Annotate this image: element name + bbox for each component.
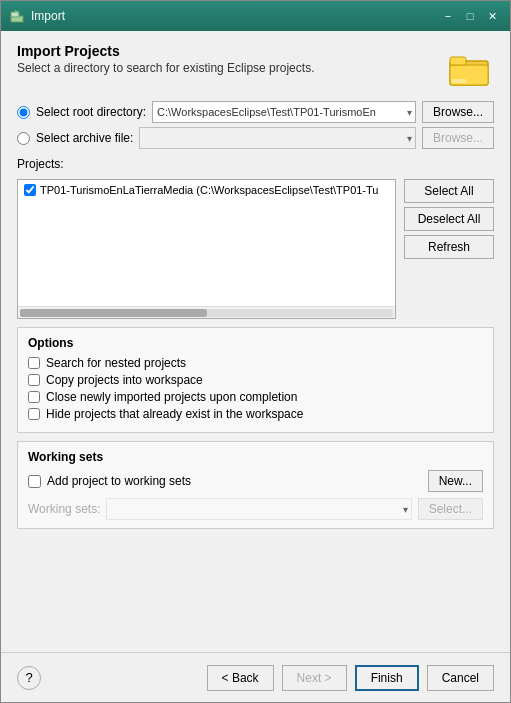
list-item[interactable]: TP01-TurismoEnLaTierraMedia (C:\Workspac… bbox=[20, 182, 393, 198]
title-bar: Import − □ ✕ bbox=[1, 1, 510, 31]
window-icon bbox=[9, 8, 25, 24]
working-sets-label: Working sets: bbox=[28, 502, 100, 516]
minimize-button[interactable]: − bbox=[438, 6, 458, 26]
page-subtitle: Select a directory to search for existin… bbox=[17, 61, 314, 75]
copy-projects-label: Copy projects into workspace bbox=[46, 373, 203, 387]
working-sets-section: Working sets Add project to working sets… bbox=[17, 441, 494, 529]
next-button[interactable]: Next > bbox=[282, 665, 347, 691]
close-imported-label: Close newly imported projects upon compl… bbox=[46, 390, 297, 404]
close-imported-row: Close newly imported projects upon compl… bbox=[28, 390, 483, 404]
new-working-set-button[interactable]: New... bbox=[428, 470, 483, 492]
working-sets-title: Working sets bbox=[28, 450, 483, 464]
copy-projects-checkbox[interactable] bbox=[28, 374, 40, 386]
folder-icon-area bbox=[444, 43, 494, 93]
root-path-select[interactable]: C:\WorkspacesEclipse\Test\TP01-TurismoEn bbox=[152, 101, 416, 123]
nested-projects-checkbox[interactable] bbox=[28, 357, 40, 369]
archive-browse-button[interactable]: Browse... bbox=[422, 127, 494, 149]
projects-label: Projects: bbox=[17, 157, 494, 171]
bottom-bar: ? < Back Next > Finish Cancel bbox=[1, 652, 510, 702]
svg-rect-5 bbox=[450, 57, 466, 65]
options-section: Options Search for nested projects Copy … bbox=[17, 327, 494, 433]
folder-icon bbox=[448, 47, 490, 89]
projects-area: TP01-TurismoEnLaTierraMedia (C:\Workspac… bbox=[17, 179, 494, 319]
copy-projects-row: Copy projects into workspace bbox=[28, 373, 483, 387]
finish-button[interactable]: Finish bbox=[355, 665, 419, 691]
back-button[interactable]: < Back bbox=[207, 665, 274, 691]
add-working-sets-row: Add project to working sets New... bbox=[28, 470, 483, 492]
add-working-sets-label: Add project to working sets bbox=[47, 474, 191, 488]
dialog-content: Import Projects Select a directory to se… bbox=[1, 31, 510, 652]
root-directory-label: Select root directory: bbox=[36, 105, 146, 119]
archive-file-row: Select archive file: Browse... bbox=[17, 127, 494, 149]
help-button[interactable]: ? bbox=[17, 666, 41, 690]
deselect-all-button[interactable]: Deselect All bbox=[404, 207, 494, 231]
close-button[interactable]: ✕ bbox=[482, 6, 502, 26]
project-name: TP01-TurismoEnLaTierraMedia (C:\Workspac… bbox=[40, 184, 378, 196]
archive-file-radio[interactable] bbox=[17, 132, 30, 145]
nested-projects-label: Search for nested projects bbox=[46, 356, 186, 370]
working-sets-dropdown[interactable] bbox=[106, 498, 411, 520]
svg-rect-6 bbox=[452, 79, 466, 83]
hide-existing-label: Hide projects that already exist in the … bbox=[46, 407, 303, 421]
nested-projects-row: Search for nested projects bbox=[28, 356, 483, 370]
directory-section: Select root directory: C:\WorkspacesEcli… bbox=[17, 101, 494, 149]
working-sets-input-row: Working sets: Select... bbox=[28, 498, 483, 520]
hide-existing-checkbox[interactable] bbox=[28, 408, 40, 420]
root-directory-row: Select root directory: C:\WorkspacesEcli… bbox=[17, 101, 494, 123]
import-dialog: Import − □ ✕ Import Projects Select a di… bbox=[0, 0, 511, 703]
add-working-sets-checkbox[interactable] bbox=[28, 475, 41, 488]
close-imported-checkbox[interactable] bbox=[28, 391, 40, 403]
projects-list: TP01-TurismoEnLaTierraMedia (C:\Workspac… bbox=[18, 180, 395, 306]
root-directory-radio[interactable] bbox=[17, 106, 30, 119]
options-title: Options bbox=[28, 336, 483, 350]
page-title: Import Projects bbox=[17, 43, 314, 59]
window-title: Import bbox=[31, 9, 65, 23]
cancel-button[interactable]: Cancel bbox=[427, 665, 494, 691]
svg-rect-1 bbox=[11, 12, 19, 17]
projects-buttons: Select All Deselect All Refresh bbox=[404, 179, 494, 319]
root-browse-button[interactable]: Browse... bbox=[422, 101, 494, 123]
hide-existing-row: Hide projects that already exist in the … bbox=[28, 407, 483, 421]
select-working-set-button[interactable]: Select... bbox=[418, 498, 483, 520]
archive-file-label: Select archive file: bbox=[36, 131, 133, 145]
refresh-button[interactable]: Refresh bbox=[404, 235, 494, 259]
svg-marker-2 bbox=[15, 10, 19, 12]
projects-list-container: TP01-TurismoEnLaTierraMedia (C:\Workspac… bbox=[17, 179, 396, 319]
select-all-button[interactable]: Select All bbox=[404, 179, 494, 203]
page-header: Import Projects Select a directory to se… bbox=[17, 43, 494, 93]
project-checkbox[interactable] bbox=[24, 184, 36, 196]
archive-path-select[interactable] bbox=[139, 127, 416, 149]
maximize-button[interactable]: □ bbox=[460, 6, 480, 26]
horizontal-scrollbar[interactable] bbox=[18, 306, 395, 318]
